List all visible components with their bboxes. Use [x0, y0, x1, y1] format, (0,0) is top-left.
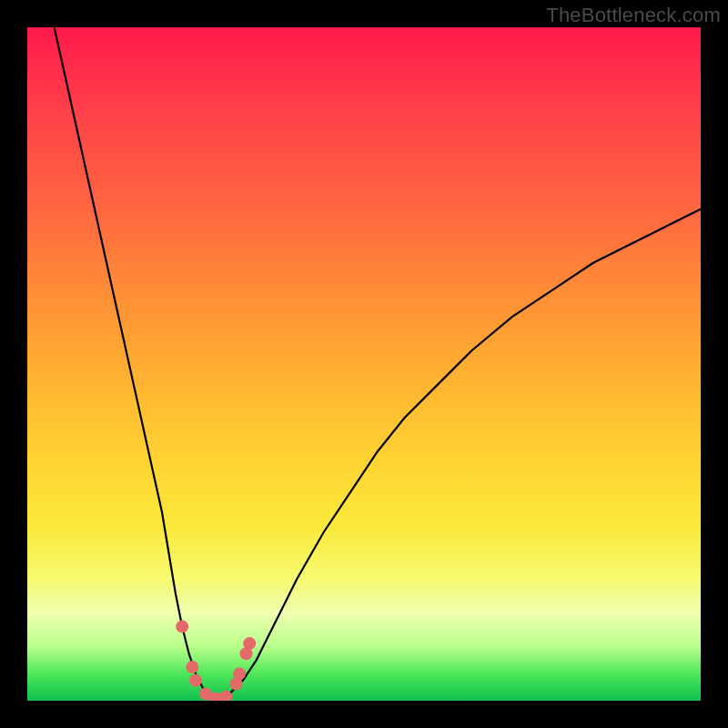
data-marker: [233, 667, 246, 680]
data-marker: [176, 621, 188, 633]
watermark-text: TheBottleneck.com: [546, 4, 721, 27]
bottleneck-curve: [27, 27, 701, 701]
data-marker: [189, 674, 202, 687]
data-marker: [186, 661, 198, 673]
chart-frame: TheBottleneck.com: [0, 0, 728, 728]
marker-group: [176, 621, 256, 701]
curve-path: [55, 27, 701, 701]
plot-area: [27, 27, 701, 701]
data-marker: [243, 637, 256, 650]
